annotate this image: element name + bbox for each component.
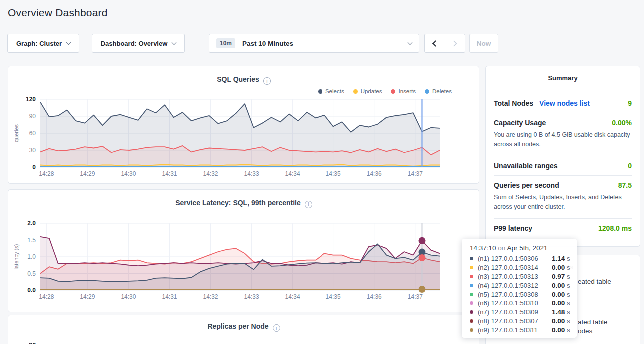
now-button[interactable]: Now <box>469 34 498 53</box>
tooltip-node-name: (n9) 127.0.0.1:50311 <box>478 326 552 334</box>
series-color-dot <box>470 293 473 296</box>
overview-dashboard-page: Overview Dashboard Graph: Cluster Dashbo… <box>0 0 644 344</box>
svg-text:latency (s): latency (s) <box>13 244 19 270</box>
sql-queries-chart[interactable]: 030609012014:2814:2914:3014:3114:3214:33… <box>8 66 480 184</box>
tooltip-node-name: (n7) 127.0.0.1:50309 <box>478 308 552 316</box>
tooltip-time: 14:37:10 <box>470 244 496 252</box>
service-latency-chart[interactable]: 0.00.51.01.52.014:2814:2914:3014:3114:32… <box>8 190 480 313</box>
series-color-dot <box>470 266 473 269</box>
event-text-fragment: odes <box>578 327 592 335</box>
tooltip-node-value: 0.00 s <box>552 264 570 271</box>
summary-row-total-nodes: Total Nodes View nodes list 9 <box>494 94 632 113</box>
summary-panel: Summary Total Nodes View nodes list 9 Ca… <box>485 66 640 247</box>
svg-text:14:32: 14:32 <box>203 293 218 300</box>
tooltip-on: on <box>498 244 505 252</box>
view-nodes-list-link[interactable]: View nodes list <box>539 99 590 107</box>
series-color-dot <box>470 284 473 287</box>
replicas-title-text: Replicas per Node <box>207 322 268 330</box>
summary-row-unavailable: Unavailable ranges 0 <box>494 156 632 175</box>
prev-range-button[interactable] <box>425 34 445 52</box>
series-color-dot <box>470 257 473 260</box>
series-color-dot <box>470 301 473 305</box>
tooltip-timestamp: 14:37:10 on Apr 5th, 2021 <box>470 244 577 252</box>
svg-text:30: 30 <box>29 147 36 154</box>
total-nodes-value: 9 <box>628 99 632 107</box>
chevron-down-icon <box>66 40 71 45</box>
tooltip-row: (n9) 127.0.0.1:503110.00 s <box>470 325 577 334</box>
svg-text:14:30: 14:30 <box>121 293 136 300</box>
tooltip-row: (n8) 127.0.0.1:503070.00 s <box>470 317 577 326</box>
svg-text:0.0: 0.0 <box>27 287 36 294</box>
tooltip-row: (n2) 127.0.0.1:503140.00 s <box>470 263 577 272</box>
service-latency-panel: Service Latency: SQL, 99th percentilei 0… <box>8 189 479 312</box>
tooltip-node-name: (n4) 127.0.0.1:50312 <box>478 282 552 289</box>
next-range-button[interactable] <box>445 34 465 52</box>
svg-text:14:35: 14:35 <box>326 170 341 177</box>
svg-text:14:29: 14:29 <box>80 170 95 177</box>
svg-text:14:35: 14:35 <box>326 293 341 300</box>
svg-text:14:28: 14:28 <box>39 170 54 177</box>
tooltip-node-value: 1.14 s <box>552 255 570 262</box>
series-color-dot <box>470 319 473 323</box>
svg-text:14:36: 14:36 <box>367 293 382 300</box>
svg-text:2.0: 2.0 <box>27 220 36 227</box>
svg-text:14:29: 14:29 <box>80 293 95 300</box>
tooltip-date: Apr 5th, 2021 <box>507 244 547 252</box>
tooltip-node-value: 0.00 s <box>552 291 570 298</box>
series-color-dot <box>470 275 473 278</box>
tooltip-row: (n1) 127.0.0.1:503061.14 s <box>470 254 577 263</box>
summary-row-p99: P99 latency 1208.0 ms <box>494 219 632 238</box>
time-range-selector[interactable]: 10m Past 10 Minutes <box>209 34 419 53</box>
p99-latency-value: 1208.0 ms <box>598 224 632 232</box>
svg-text:60: 60 <box>29 130 36 137</box>
now-button-label: Now <box>477 40 491 47</box>
svg-text:14:28: 14:28 <box>39 293 54 300</box>
p99-latency-label: P99 latency <box>494 224 532 232</box>
chevron-down-icon <box>408 40 413 45</box>
tooltip-row: (n3) 127.0.0.1:503130.97 s <box>470 272 577 281</box>
svg-text:queries: queries <box>13 124 19 142</box>
info-icon[interactable]: i <box>273 324 280 332</box>
graph-dropdown[interactable]: Graph: Cluster <box>7 34 79 53</box>
qps-label: Queries per second <box>494 181 559 189</box>
svg-text:14:34: 14:34 <box>285 170 300 177</box>
svg-text:0: 0 <box>32 164 36 171</box>
svg-text:0.5: 0.5 <box>27 270 36 277</box>
replicas-per-node-panel: Replicas per Nodei <box>8 315 479 344</box>
dashboard-dropdown[interactable]: Dashboard: Overview <box>92 34 185 53</box>
svg-text:14:37: 14:37 <box>408 170 423 177</box>
chevron-right-icon <box>451 40 457 47</box>
tooltip-node-value: 0.00 s <box>552 326 570 334</box>
svg-text:14:30: 14:30 <box>121 170 136 177</box>
summary-row-qps: Queries per second 87.5 <box>494 176 632 195</box>
series-color-dot <box>470 328 473 332</box>
tooltip-row: (n6) 127.0.0.1:503100.00 s <box>470 299 577 308</box>
svg-text:90: 90 <box>29 113 36 120</box>
svg-text:14:31: 14:31 <box>162 170 177 177</box>
time-range-badge: 10m <box>216 38 235 48</box>
svg-text:14:37: 14:37 <box>408 293 423 300</box>
tooltip-node-name: (n5) 127.0.0.1:50308 <box>478 291 552 298</box>
svg-text:14:33: 14:33 <box>244 293 259 300</box>
chevron-down-icon <box>172 40 177 45</box>
replicas-ytick-partial: 30 <box>29 341 36 344</box>
svg-text:14:33: 14:33 <box>244 170 259 177</box>
summary-title: Summary <box>494 74 632 82</box>
tooltip-node-value: 0.00 s <box>552 317 570 325</box>
tooltip-row: (n7) 127.0.0.1:503091.48 s <box>470 308 577 317</box>
series-color-dot <box>470 310 473 314</box>
tooltip-node-value: 1.48 s <box>552 308 570 316</box>
unavailable-ranges-value: 0 <box>628 162 632 170</box>
time-nav-group <box>424 34 465 53</box>
svg-text:14:34: 14:34 <box>285 293 300 300</box>
capacity-usage-desc: You are using 0 B of 4.5 GiB usable disk… <box>494 130 632 156</box>
total-nodes-label: Total Nodes <box>494 99 533 107</box>
tooltip-node-name: (n6) 127.0.0.1:50310 <box>478 299 552 307</box>
summary-row-capacity: Capacity Usage 0.00% <box>494 113 632 132</box>
tooltip-node-name: (n3) 127.0.0.1:50313 <box>478 273 552 280</box>
tooltip-node-name: (n8) 127.0.0.1:50307 <box>478 317 552 325</box>
event-text-fragment: ated table <box>578 318 607 326</box>
tooltip-node-name: (n2) 127.0.0.1:50314 <box>478 264 552 271</box>
graph-dropdown-label: Graph: Cluster <box>16 40 62 47</box>
svg-text:14:32: 14:32 <box>203 170 218 177</box>
